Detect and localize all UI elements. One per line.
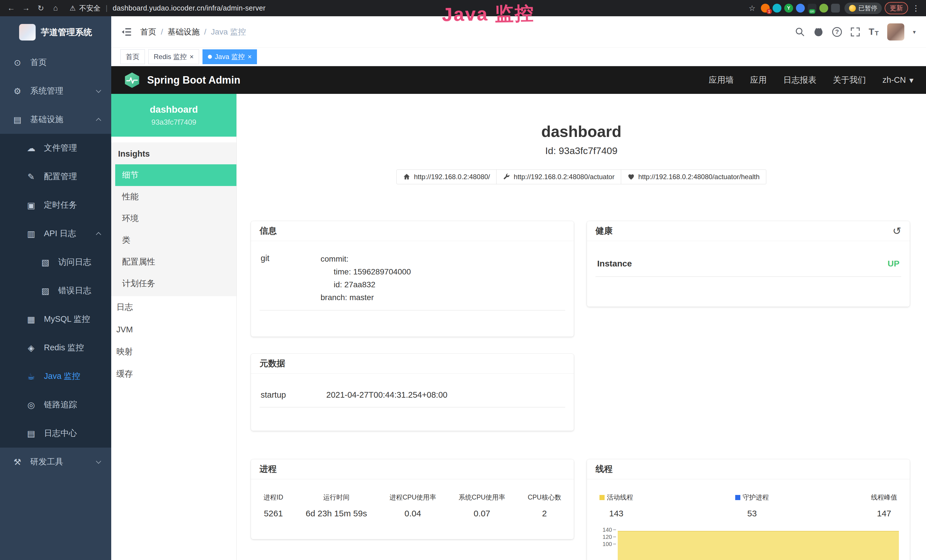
address-bar[interactable]: ⚠ 不安全 | dashboard.yudao.iocoder.cn/infra… xyxy=(70,3,265,13)
extension-leaf-icon[interactable] xyxy=(819,4,828,12)
error-log-icon: ▨ xyxy=(40,286,51,296)
breadcrumb-home[interactable]: 首页 xyxy=(140,27,156,37)
app-logo-row[interactable]: 芋道管理系统 xyxy=(0,16,111,48)
sidebar-item-scheduled-tasks[interactable]: ▣ 定时任务 xyxy=(0,191,111,219)
close-icon[interactable]: × xyxy=(248,53,251,60)
legend-live-threads: 活动线程 143 xyxy=(599,493,633,518)
actuator-url-button[interactable]: http://192.168.0.2:48080/actuator xyxy=(496,170,621,184)
sidebar-item-dev-tools[interactable]: ⚒ 研发工具 xyxy=(0,448,111,476)
chevron-up-icon xyxy=(96,232,101,237)
sba-nav-applications[interactable]: 应用 xyxy=(750,74,767,86)
sba-menu-mappings[interactable]: 映射 xyxy=(111,341,236,363)
info-card-title: 信息 xyxy=(260,225,277,237)
sidebar-item-home[interactable]: ⊙ 首页 xyxy=(0,48,111,77)
user-avatar[interactable] xyxy=(887,23,904,41)
sba-nav-wallboard[interactable]: 应用墙 xyxy=(709,74,734,86)
health-url-button[interactable]: http://192.168.0.2:48080/actuator/health xyxy=(621,170,766,184)
sba-menu-performance[interactable]: 性能 xyxy=(115,186,236,208)
back-icon[interactable]: ← xyxy=(5,4,17,12)
tools-icon: ⚒ xyxy=(12,457,23,467)
metadata-card: 元数据 startup 2021-04-27T00:44:31.254+08:0… xyxy=(251,354,574,431)
update-button[interactable]: 更新 xyxy=(885,2,908,14)
sidebar-item-config-management[interactable]: ✎ 配置管理 xyxy=(0,162,111,191)
history-icon[interactable]: ↺ xyxy=(893,226,901,236)
heartbeat-icon xyxy=(627,173,635,180)
paused-badge[interactable]: 已暂停 xyxy=(844,3,882,14)
sidebar-item-link-tracing[interactable]: ◎ 链路追踪 xyxy=(0,390,111,419)
github-icon[interactable] xyxy=(813,27,824,37)
app-logo-image xyxy=(19,24,36,41)
breadcrumb: 首页 / 基础设施 / Java 监控 xyxy=(140,27,246,37)
insights-section-label: Insights xyxy=(111,142,236,164)
fullscreen-icon[interactable] xyxy=(850,27,860,37)
sba-menu-jvm[interactable]: JVM xyxy=(111,318,236,341)
sidebar-collapse-icon[interactable] xyxy=(121,27,132,36)
sba-menu-logs[interactable]: 日志 xyxy=(111,296,236,318)
reload-icon[interactable]: ↻ xyxy=(35,4,47,13)
extensions-puzzle-icon[interactable] xyxy=(831,4,840,12)
sidebar-item-label: 首页 xyxy=(30,57,47,68)
extension-drop-icon[interactable] xyxy=(773,4,781,12)
sidebar-item-infrastructure[interactable]: ▤ 基础设施 xyxy=(0,105,111,134)
sba-menu-environment[interactable]: 环境 xyxy=(115,208,236,229)
url-text[interactable]: dashboard.yudao.iocoder.cn/infra/admin-s… xyxy=(113,4,265,12)
extension-switch-icon[interactable]: on xyxy=(808,4,817,12)
breadcrumb-current: Java 监控 xyxy=(211,27,246,37)
process-stat: 系统CPU使用率 0.07 xyxy=(458,493,505,518)
sba-menu-config-props[interactable]: 配置属性 xyxy=(115,251,236,273)
sidebar-item-api-logs[interactable]: ▥ API 日志 xyxy=(0,219,111,248)
instance-subtitle: Id: 93a3fc7f7409 xyxy=(237,145,926,156)
live-threads-area xyxy=(618,531,899,560)
threads-card-title: 线程 xyxy=(595,463,613,475)
extension-count-badge: 1 xyxy=(767,9,772,14)
sba-locale-select[interactable]: zh-CN ▾ xyxy=(882,75,914,85)
search-icon[interactable] xyxy=(795,27,805,37)
on-badge: on xyxy=(809,9,815,14)
instance-title: dashboard xyxy=(237,123,926,141)
health-card: 健康 ↺ Instance UP xyxy=(587,221,910,307)
process-stat: CPU核心数 2 xyxy=(528,493,561,518)
extension-fox-icon[interactable]: 1 xyxy=(761,4,770,12)
sidebar-item-log-center[interactable]: ▤ 日志中心 xyxy=(0,419,111,448)
sidebar-item-redis-monitor[interactable]: ◈ Redis 监控 xyxy=(0,333,111,362)
tab-redis-monitor[interactable]: Redis 监控 × xyxy=(148,49,199,64)
tab-java-monitor[interactable]: Java 监控 × xyxy=(203,49,257,64)
chevron-up-icon xyxy=(96,118,101,123)
home-icon[interactable]: ⌂ xyxy=(50,4,62,12)
help-icon[interactable]: ? xyxy=(832,27,842,37)
sba-brand[interactable]: Spring Boot Admin xyxy=(124,72,241,88)
avatar-caret-icon[interactable]: ▾ xyxy=(913,29,916,35)
info-card: 信息 git commit: time: 1596289704000 id: 2… xyxy=(251,221,574,337)
sba-nav-journal[interactable]: 日志报表 xyxy=(783,74,816,86)
forward-icon[interactable]: → xyxy=(20,4,32,12)
sba-menu-caches[interactable]: 缓存 xyxy=(111,363,236,385)
font-size-icon[interactable]: T T xyxy=(869,27,879,37)
sidebar-item-file-management[interactable]: ☁ 文件管理 xyxy=(0,134,111,162)
active-tab-dot xyxy=(208,55,212,59)
browser-menu-icon[interactable]: ⋮ xyxy=(912,4,920,13)
dashboard-icon: ⊙ xyxy=(12,58,23,68)
breadcrumb-infrastructure[interactable]: 基础设施 xyxy=(168,27,200,37)
sba-nav-about[interactable]: 关于我们 xyxy=(833,74,866,86)
bookmark-star-icon[interactable]: ☆ xyxy=(746,4,758,13)
sidebar-item-error-logs[interactable]: ▨ 错误日志 xyxy=(0,277,111,305)
sidebar-item-system-management[interactable]: ⚙ 系统管理 xyxy=(0,77,111,105)
sba-instance-block[interactable]: dashboard 93a3fc7f7409 xyxy=(111,94,236,137)
chevron-down-icon: ▾ xyxy=(909,75,914,85)
git-row: git commit: time: 1596289704000 id: 27aa… xyxy=(260,249,565,310)
extension-y-icon[interactable]: Y xyxy=(784,4,793,12)
sidebar-item-java-monitor[interactable]: ☕ Java 监控 xyxy=(0,362,111,390)
service-url-button[interactable]: http://192.168.0.2:48080/ xyxy=(396,170,496,184)
legend-square-blue xyxy=(735,495,740,500)
sidebar-item-mysql-monitor[interactable]: ▦ MySQL 监控 xyxy=(0,305,111,333)
sba-menu-details[interactable]: 细节 xyxy=(115,164,236,186)
gear-icon: ⚙ xyxy=(12,86,23,96)
sba-menu-classes[interactable]: 类 xyxy=(115,229,236,251)
extension-grid-icon[interactable] xyxy=(796,4,805,12)
sba-menu-scheduled-tasks[interactable]: 计划任务 xyxy=(115,273,236,294)
sidebar-item-access-logs[interactable]: ▧ 访问日志 xyxy=(0,248,111,277)
tab-home[interactable]: 首页 xyxy=(120,49,145,64)
mysql-icon: ▦ xyxy=(26,314,36,324)
close-icon[interactable]: × xyxy=(190,53,194,60)
git-key: git xyxy=(261,253,321,304)
